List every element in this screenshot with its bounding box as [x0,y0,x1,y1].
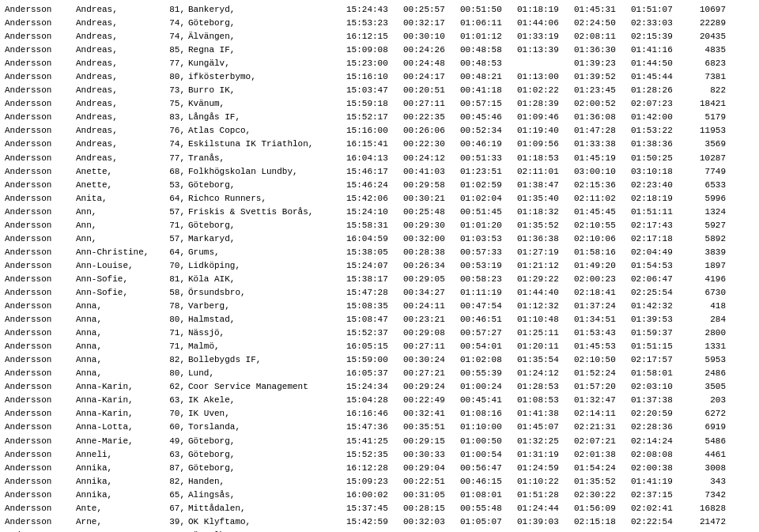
table-row: AnderssonAndreas,81,Bankeryd,15:24:4300:… [5,3,754,17]
table-row: AnderssonAndreas,75,Kvänum,15:59:1800:27… [5,97,754,111]
table-row: AnderssonAndreas,74,Eskilstuna IK Triath… [5,138,754,151]
table-row: AnderssonAnn,57,Markaryd,16:04:5900:32:0… [5,232,754,246]
table-row: AnderssonAnna-Karin,62,Coor Service Mana… [5,380,754,394]
table-row: AnderssonArne,39,OK Klyftamo,15:42:5900:… [5,515,754,529]
table-row: AnderssonAnnika,82,Handen,15:09:2300:22:… [5,475,754,489]
table-row: AnderssonAndreas,85,Regna IF,15:09:0800:… [5,43,754,57]
table-row: AnderssonAnna,80,Halmstad,15:08:4700:23:… [5,313,754,326]
table-row: AnderssonAnne-Marie,49,Göteborg,15:41:25… [5,435,754,448]
table-row: AnderssonArne,55,Hässelby SK,15:03:4800:… [5,529,754,532]
table-row: AnderssonAnn,71,Göteborg,15:58:3100:29:3… [5,219,754,232]
table-row: AnderssonAnna,82,Bollebygds IF,15:59:000… [5,353,754,367]
table-row: AnderssonAnn-Christine,64,Grums,15:38:05… [5,246,754,259]
table-row: AnderssonAndreas,74,Älvängen,16:12:1500:… [5,30,754,43]
table-row: AnderssonAndreas,74,Göteborg,15:53:2300:… [5,17,754,30]
table-row: AnderssonAndreas,83,Långås IF,15:52:1700… [5,111,754,124]
table-row: AnderssonAnn,57,Friskis & Svettis Borås,… [5,206,754,219]
table-row: AnderssonAnneli,63,Göteborg,15:52:3500:3… [5,448,754,462]
table-row: AnderssonAnna-Lotta,60,Torslanda,15:47:3… [5,421,754,434]
table-row: AnderssonAnnika,87,Göteborg,16:12:2800:2… [5,462,754,475]
table-row: AnderssonAnnika,65,Alingsås,16:00:0200:3… [5,489,754,502]
results-table: AnderssonAndreas,81,Bankeryd,15:24:4300:… [0,0,759,532]
table-row: AnderssonAndreas,77,Kungälv,15:23:0000:2… [5,57,754,70]
table-row: AnderssonAndreas,73,Burro IK,15:03:4700:… [5,84,754,97]
table-row: AnderssonAnna,78,Varberg,15:08:3500:24:1… [5,300,754,313]
table-row: AnderssonAnn-Sofie,58,Örsundsbro,15:47:2… [5,286,754,300]
table-row: AnderssonAnette,53,Göteborg,15:46:2400:2… [5,179,754,192]
table-row: AnderssonAnette,68,Folkhögskolan Lundby,… [5,165,754,179]
table-row: AnderssonAndreas,76,Atlas Copco,15:16:00… [5,124,754,138]
table-row: AnderssonAnna-Karin,63,IK Akele,15:04:28… [5,394,754,407]
table-row: AnderssonAnna,71,Nässjö,15:52:3700:29:08… [5,326,754,340]
table-row: AnderssonAnn-Sofie,81,Köla AIK,15:38:170… [5,273,754,286]
table-row: AnderssonAnna-Karin,70,IK Uven,16:16:460… [5,407,754,421]
table-row: AnderssonAndreas,80,ifkösterbymo,15:16:1… [5,70,754,84]
table-row: AnderssonAnn-Louise,70,Lidköping,15:24:0… [5,259,754,273]
table-row: AnderssonAndreas,77,Tranås,16:04:1300:24… [5,152,754,165]
table-row: AnderssonAnna,80,Lund,16:05:3700:27:2100… [5,367,754,380]
table-row: AnderssonAnita,64,Richco Runners,15:42:0… [5,192,754,206]
table-row: AnderssonAnna,71,Malmö,16:05:1500:27:110… [5,340,754,353]
table-row: AnderssonAnte,67,Mittådalen,15:37:4500:2… [5,502,754,515]
